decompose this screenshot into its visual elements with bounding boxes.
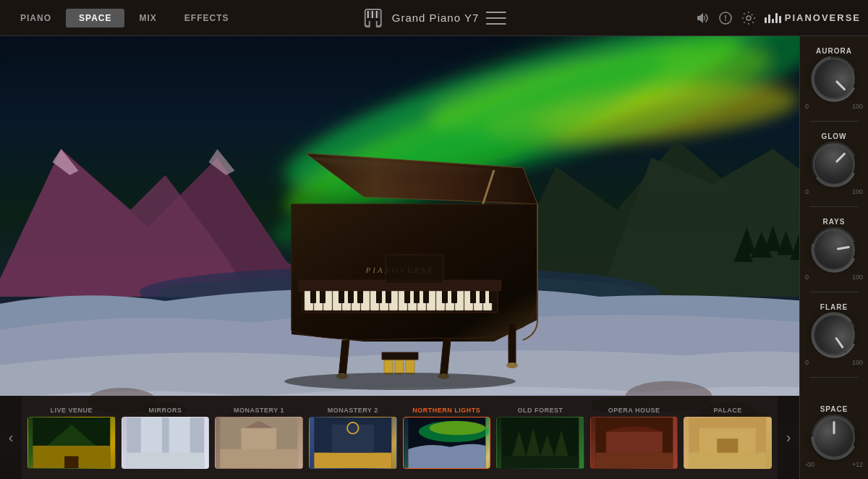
- svg-rect-4: [376, 11, 378, 18]
- glow-min: 0: [805, 188, 809, 195]
- settings-icon[interactable]: [741, 11, 756, 25]
- glow-knob-values: 0 100: [804, 188, 864, 195]
- alert-icon[interactable]: !: [718, 11, 733, 25]
- pianoverse-bars-icon: [765, 13, 781, 23]
- flare-label: FLARE: [820, 303, 848, 311]
- grand-piano: PIANOVERSE: [219, 146, 581, 392]
- svg-rect-90: [169, 417, 190, 453]
- prev-thumbnail-button[interactable]: ‹: [0, 396, 22, 479]
- thumbnail-opera-house[interactable]: OPERA HOUSE: [590, 407, 678, 469]
- svg-point-101: [429, 420, 485, 434]
- pianoverse-label: PIANOVERSE: [785, 12, 861, 23]
- space-knob-values: -00 +12: [804, 461, 864, 468]
- rays-knob-wrapper: [813, 229, 855, 271]
- aurora-label: AURORA: [816, 47, 852, 55]
- thumbnail-live-venue[interactable]: LIVE VENUE: [27, 407, 116, 469]
- svg-rect-110: [606, 431, 663, 452]
- tab-mix[interactable]: MIX: [126, 9, 169, 27]
- thumbnails-bar: ‹ LIVE VENUE MIRRORS: [0, 396, 799, 479]
- svg-point-78: [506, 363, 518, 368]
- svg-rect-75: [386, 255, 443, 284]
- space-min: -00: [805, 461, 814, 468]
- thumbnail-label-monastery2: MONASTERY 2: [328, 407, 378, 414]
- thumbnail-img-palace: [684, 417, 772, 469]
- nav-tabs: PIANO SPACE MIX EFFECTS: [7, 9, 242, 27]
- svg-rect-89: [140, 417, 161, 453]
- thumbnail-mirrors[interactable]: MIRRORS: [122, 407, 210, 469]
- thumbnail-img-live-venue: [27, 417, 116, 469]
- aurora-knob-values: 0 100: [804, 103, 864, 110]
- svg-rect-97: [332, 424, 374, 452]
- thumbnail-img-monastery2: [309, 417, 397, 469]
- rays-label: RAYS: [823, 218, 846, 226]
- svg-rect-81: [406, 360, 414, 374]
- thumbnail-label-live-venue: LIVE VENUE: [51, 407, 93, 414]
- thumbnail-img-northern-lights: [403, 417, 491, 469]
- svg-rect-1: [370, 11, 371, 18]
- rays-knob-values: 0 100: [804, 274, 864, 281]
- thumbnail-northern-lights[interactable]: NORTHERN LIGHTS: [403, 407, 491, 469]
- glow-label: GLOW: [821, 132, 846, 140]
- svg-rect-112: [689, 452, 767, 467]
- flare-knob-wrapper: [813, 314, 855, 356]
- rays-min: 0: [805, 274, 809, 281]
- svg-rect-107: [501, 456, 579, 468]
- svg-rect-114: [718, 438, 739, 452]
- flare-max: 100: [852, 359, 863, 366]
- svg-rect-2: [372, 11, 373, 18]
- divider-2: [809, 206, 858, 207]
- svg-rect-92: [221, 449, 298, 467]
- thumbnail-palace[interactable]: PALACE: [684, 407, 772, 469]
- space-knob-wrapper: [813, 416, 855, 458]
- thumbnail-old-forest[interactable]: OLD FOREST: [496, 407, 584, 469]
- thumbnail-img-mirrors: [122, 417, 210, 469]
- divider-4: [809, 377, 858, 378]
- main-content: PIANOVERSE: [0, 36, 868, 479]
- top-nav-bar: PIANO SPACE MIX EFFECTS Grand Piano Y7: [0, 0, 868, 36]
- glow-knob-wrapper: [813, 143, 855, 185]
- rays-max: 100: [852, 274, 863, 281]
- thumbnail-monastery2[interactable]: MONASTERY 2: [309, 407, 397, 469]
- tab-piano[interactable]: PIANO: [7, 9, 64, 27]
- space-knob-section: SPACE -00 +12: [804, 405, 864, 468]
- thumbnail-label-northern-lights: NORTHERN LIGHTS: [412, 407, 480, 414]
- svg-rect-3: [374, 11, 375, 18]
- thumbnail-label-opera-house: OPERA HOUSE: [608, 407, 660, 414]
- svg-text:!: !: [724, 14, 727, 22]
- glow-knob-section: GLOW 0 100: [804, 132, 864, 195]
- hamburger-menu[interactable]: [486, 10, 506, 26]
- flare-min: 0: [805, 359, 809, 366]
- svg-rect-86: [64, 456, 78, 468]
- pianoverse-logo[interactable]: PIANOVERSE: [765, 12, 861, 23]
- svg-rect-109: [595, 452, 673, 467]
- rays-knob-section: RAYS 0 100: [804, 218, 864, 281]
- thumbnail-img-old-forest: [496, 417, 584, 469]
- tab-effects[interactable]: EFFECTS: [171, 9, 242, 27]
- thumbnail-img-opera-house: [590, 417, 678, 469]
- volume-icon[interactable]: [695, 11, 710, 25]
- svg-rect-93: [242, 428, 277, 449]
- flare-knob-section: FLARE 0 100: [804, 303, 864, 366]
- svg-point-8: [746, 16, 751, 20]
- svg-point-82: [284, 373, 516, 390]
- aurora-knob-wrapper: [813, 58, 855, 100]
- tab-space[interactable]: SPACE: [66, 9, 124, 27]
- piano-logo-icon: [362, 7, 385, 30]
- divider-3: [809, 292, 858, 292]
- thumbnail-monastery1[interactable]: MONASTERY 1: [215, 407, 303, 469]
- scene-area: PIANOVERSE: [0, 36, 799, 479]
- space-knob[interactable]: [813, 416, 855, 458]
- thumbnail-label-mirrors: MIRRORS: [148, 407, 182, 414]
- flare-knob-values: 0 100: [804, 359, 864, 366]
- aurora-max: 100: [852, 103, 863, 110]
- svg-rect-96: [314, 452, 391, 467]
- preset-name: Grand Piano Y7: [392, 12, 479, 24]
- thumbnail-img-monastery1: [215, 417, 303, 469]
- svg-rect-80: [395, 360, 404, 374]
- nav-right-controls: ! PIANOVERSE: [695, 11, 861, 25]
- space-max: +12: [852, 461, 863, 468]
- next-icon: ›: [786, 429, 791, 446]
- aurora-min: 0: [805, 103, 809, 110]
- glow-max: 100: [852, 188, 863, 195]
- next-thumbnail-button[interactable]: ›: [778, 396, 799, 479]
